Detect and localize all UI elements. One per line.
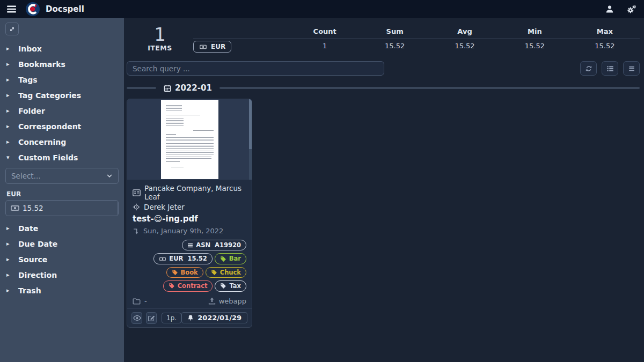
stats-bar: 1 ITEMS Count Sum Avg Min Max: [127, 25, 640, 53]
bell-icon: [187, 314, 194, 321]
stats-value-min: 15.52: [500, 42, 569, 50]
crosshairs-icon: [133, 203, 140, 211]
address-card-icon: [133, 189, 141, 196]
sidebar-item-due-date[interactable]: ▸ Due Date: [0, 236, 124, 252]
trash-icon[interactable]: [118, 201, 119, 216]
level-down-icon: [133, 227, 140, 235]
correspondent-name: Pancake Company, Marcus Leaf: [144, 184, 246, 201]
stats-header-avg: Avg: [430, 27, 500, 35]
source-value: webapp: [219, 297, 246, 305]
caret-right-icon: ▸: [6, 271, 11, 278]
correspondent-row: Pancake Company, Marcus Leaf: [133, 184, 246, 201]
folder-icon: [133, 298, 141, 305]
caret-right-icon: ▸: [6, 256, 11, 263]
tag-icon: [211, 269, 217, 276]
month-group-header: 2022-01: [127, 83, 640, 93]
caret-right-icon: ▸: [6, 92, 11, 99]
settings-gears-icon[interactable]: [627, 5, 636, 14]
due-date-badge: 2022/01/29: [181, 312, 247, 323]
concerning-row: Derek Jeter: [133, 203, 246, 211]
page-count-badge: 1p.: [162, 313, 181, 323]
item-preview[interactable]: [127, 99, 252, 180]
edit-icon: [148, 314, 155, 322]
user-icon[interactable]: [605, 5, 614, 13]
refresh-button[interactable]: [580, 61, 597, 76]
bars-icon: [187, 242, 193, 248]
sidebar-item-custom-fields[interactable]: ▾ Custom Fields: [0, 150, 124, 165]
sidebar-item-source[interactable]: ▸ Source: [0, 252, 124, 267]
custom-field-eur-input-group: [5, 200, 119, 216]
caret-right-icon: ▸: [6, 240, 11, 247]
sidebar-item-inbox[interactable]: ▸ Inbox: [0, 41, 124, 56]
items-count-label: ITEMS: [127, 44, 193, 52]
caret-right-icon: ▸: [6, 61, 11, 68]
tag-badge[interactable]: Book: [166, 267, 203, 278]
bars-icon: [628, 65, 635, 72]
money-bill-icon: [159, 256, 166, 262]
sidebar-item-direction[interactable]: ▸ Direction: [0, 267, 124, 283]
tag-list: ASN A19920 EUR 15.52 Bar: [133, 240, 246, 292]
amount-badge: EUR 15.52: [153, 253, 212, 264]
tag-badge[interactable]: Bar: [215, 253, 246, 264]
tag-icon: [220, 283, 226, 289]
tag-icon: [169, 283, 175, 289]
menu-icon[interactable]: [4, 2, 18, 16]
tag-icon: [220, 256, 226, 262]
tag-badge[interactable]: Tax: [215, 280, 246, 291]
calendar-icon: [164, 84, 171, 92]
stats-value-count: 1: [290, 42, 360, 50]
tag-badge[interactable]: Contract: [163, 280, 213, 291]
view-item-button[interactable]: [131, 312, 142, 324]
tag-badge[interactable]: Chuck: [206, 267, 246, 278]
custom-field-eur-value-input[interactable]: [19, 201, 118, 216]
currency-badge: EUR: [193, 41, 231, 53]
custom-field-select[interactable]: Select...: [5, 168, 119, 184]
document-thumbnail: [161, 100, 218, 179]
sidebar-item-bookmarks[interactable]: ▸ Bookmarks: [0, 56, 124, 72]
stats-header-min: Min: [500, 27, 569, 35]
expand-sidebar-button[interactable]: [5, 23, 19, 35]
stats-value-avg: 15.52: [430, 42, 500, 50]
sidebar-item-tag-categories[interactable]: ▸ Tag Categories: [0, 87, 124, 103]
sidebar-item-folder[interactable]: ▸ Folder: [0, 103, 124, 119]
menu-bars-button[interactable]: [623, 61, 640, 76]
sidebar-item-date[interactable]: ▸ Date: [0, 220, 124, 236]
top-navbar: Docspell: [0, 0, 644, 18]
item-date: Sun, January 9th, 2022: [143, 227, 223, 235]
divider: [219, 87, 640, 89]
custom-field-eur-label: EUR: [6, 190, 124, 198]
preview-scrollbar-thumb[interactable]: [249, 99, 252, 149]
eye-icon: [133, 315, 141, 321]
sync-icon: [585, 65, 592, 72]
sidebar-item-trash[interactable]: ▸ Trash: [0, 283, 124, 298]
search-bar: [127, 61, 640, 76]
stats-value-max: 15.52: [570, 42, 640, 50]
caret-down-icon: ▾: [6, 154, 11, 161]
month-label: 2022-01: [175, 83, 212, 93]
tag-icon: [172, 269, 178, 276]
upload-icon: [208, 297, 216, 305]
card-footer: 1p. 2022/01/29: [127, 308, 252, 327]
list-view-button[interactable]: [602, 61, 618, 76]
money-bill-icon: [199, 43, 207, 50]
sidebar-item-tags[interactable]: ▸ Tags: [0, 72, 124, 87]
sidebar-item-concerning[interactable]: ▸ Concerning: [0, 134, 124, 150]
caret-right-icon: ▸: [6, 45, 11, 52]
item-card[interactable]: Pancake Company, Marcus Leaf Derek Jeter…: [127, 99, 252, 328]
folder-value: -: [144, 297, 147, 305]
stats-value-sum: 15.52: [360, 42, 429, 50]
folder-source-row: - webapp: [133, 297, 246, 305]
concerning-name: Derek Jeter: [144, 203, 185, 211]
preview-scrollbar[interactable]: [249, 99, 252, 180]
list-icon: [606, 65, 614, 72]
asn-badge: ASN A19920: [182, 240, 246, 250]
app-title: Docspell: [46, 4, 84, 14]
item-title: test-☺-ing.pdf: [133, 214, 246, 224]
filter-sidebar: ▸ Inbox ▸ Bookmarks ▸ Tags ▸ Tag Categor…: [0, 18, 124, 362]
stats-header-sum: Sum: [360, 27, 429, 35]
item-date-row: Sun, January 9th, 2022: [133, 227, 246, 235]
money-bill-icon: [6, 201, 19, 216]
search-input[interactable]: [127, 61, 384, 76]
sidebar-item-correspondent[interactable]: ▸ Correspondent: [0, 119, 124, 134]
edit-item-button[interactable]: [146, 312, 157, 324]
